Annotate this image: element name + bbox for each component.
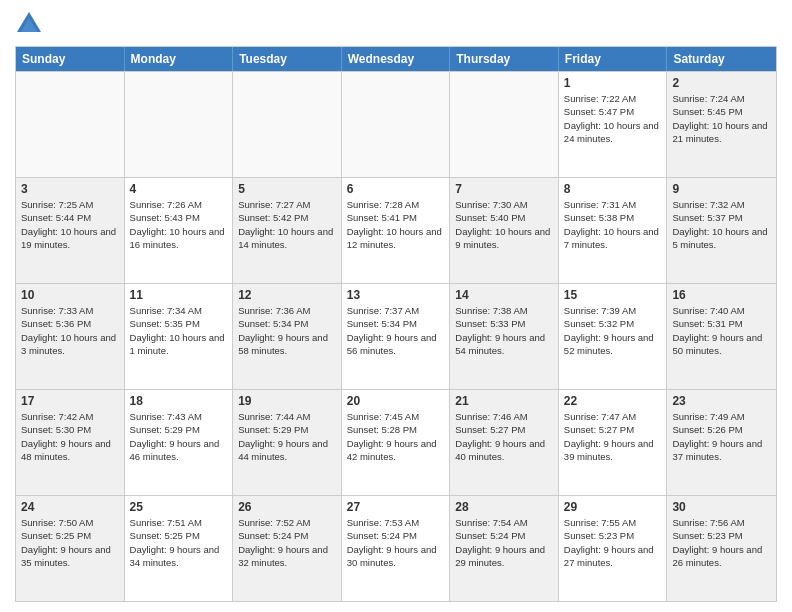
- calendar-cell: 16Sunrise: 7:40 AM Sunset: 5:31 PM Dayli…: [667, 284, 776, 389]
- day-number: 16: [672, 288, 771, 302]
- day-number: 22: [564, 394, 662, 408]
- cell-info: Sunrise: 7:26 AM Sunset: 5:43 PM Dayligh…: [130, 198, 228, 251]
- day-number: 14: [455, 288, 553, 302]
- calendar-cell: 3Sunrise: 7:25 AM Sunset: 5:44 PM Daylig…: [16, 178, 125, 283]
- day-number: 7: [455, 182, 553, 196]
- calendar-cell: 24Sunrise: 7:50 AM Sunset: 5:25 PM Dayli…: [16, 496, 125, 601]
- cell-info: Sunrise: 7:43 AM Sunset: 5:29 PM Dayligh…: [130, 410, 228, 463]
- cell-info: Sunrise: 7:30 AM Sunset: 5:40 PM Dayligh…: [455, 198, 553, 251]
- header-day-thursday: Thursday: [450, 47, 559, 71]
- day-number: 20: [347, 394, 445, 408]
- cell-info: Sunrise: 7:34 AM Sunset: 5:35 PM Dayligh…: [130, 304, 228, 357]
- calendar-cell: 29Sunrise: 7:55 AM Sunset: 5:23 PM Dayli…: [559, 496, 668, 601]
- day-number: 3: [21, 182, 119, 196]
- day-number: 28: [455, 500, 553, 514]
- calendar-cell: 27Sunrise: 7:53 AM Sunset: 5:24 PM Dayli…: [342, 496, 451, 601]
- header: [15, 10, 777, 38]
- calendar-cell: 22Sunrise: 7:47 AM Sunset: 5:27 PM Dayli…: [559, 390, 668, 495]
- day-number: 30: [672, 500, 771, 514]
- day-number: 17: [21, 394, 119, 408]
- calendar-cell: [125, 72, 234, 177]
- cell-info: Sunrise: 7:51 AM Sunset: 5:25 PM Dayligh…: [130, 516, 228, 569]
- day-number: 18: [130, 394, 228, 408]
- calendar-cell: 12Sunrise: 7:36 AM Sunset: 5:34 PM Dayli…: [233, 284, 342, 389]
- cell-info: Sunrise: 7:37 AM Sunset: 5:34 PM Dayligh…: [347, 304, 445, 357]
- calendar-cell: 19Sunrise: 7:44 AM Sunset: 5:29 PM Dayli…: [233, 390, 342, 495]
- day-number: 13: [347, 288, 445, 302]
- cell-info: Sunrise: 7:44 AM Sunset: 5:29 PM Dayligh…: [238, 410, 336, 463]
- cell-info: Sunrise: 7:27 AM Sunset: 5:42 PM Dayligh…: [238, 198, 336, 251]
- day-number: 4: [130, 182, 228, 196]
- calendar: SundayMondayTuesdayWednesdayThursdayFrid…: [15, 46, 777, 602]
- day-number: 26: [238, 500, 336, 514]
- calendar-cell: 30Sunrise: 7:56 AM Sunset: 5:23 PM Dayli…: [667, 496, 776, 601]
- calendar-cell: 25Sunrise: 7:51 AM Sunset: 5:25 PM Dayli…: [125, 496, 234, 601]
- cell-info: Sunrise: 7:36 AM Sunset: 5:34 PM Dayligh…: [238, 304, 336, 357]
- calendar-cell: 1Sunrise: 7:22 AM Sunset: 5:47 PM Daylig…: [559, 72, 668, 177]
- cell-info: Sunrise: 7:45 AM Sunset: 5:28 PM Dayligh…: [347, 410, 445, 463]
- header-day-tuesday: Tuesday: [233, 47, 342, 71]
- calendar-row-2: 10Sunrise: 7:33 AM Sunset: 5:36 PM Dayli…: [16, 283, 776, 389]
- day-number: 15: [564, 288, 662, 302]
- cell-info: Sunrise: 7:33 AM Sunset: 5:36 PM Dayligh…: [21, 304, 119, 357]
- calendar-body: 1Sunrise: 7:22 AM Sunset: 5:47 PM Daylig…: [16, 71, 776, 601]
- cell-info: Sunrise: 7:47 AM Sunset: 5:27 PM Dayligh…: [564, 410, 662, 463]
- calendar-row-4: 24Sunrise: 7:50 AM Sunset: 5:25 PM Dayli…: [16, 495, 776, 601]
- header-day-sunday: Sunday: [16, 47, 125, 71]
- cell-info: Sunrise: 7:22 AM Sunset: 5:47 PM Dayligh…: [564, 92, 662, 145]
- day-number: 5: [238, 182, 336, 196]
- header-day-saturday: Saturday: [667, 47, 776, 71]
- day-number: 9: [672, 182, 771, 196]
- calendar-cell: [16, 72, 125, 177]
- calendar-cell: 23Sunrise: 7:49 AM Sunset: 5:26 PM Dayli…: [667, 390, 776, 495]
- header-day-monday: Monday: [125, 47, 234, 71]
- logo: [15, 10, 47, 38]
- cell-info: Sunrise: 7:24 AM Sunset: 5:45 PM Dayligh…: [672, 92, 771, 145]
- calendar-cell: 26Sunrise: 7:52 AM Sunset: 5:24 PM Dayli…: [233, 496, 342, 601]
- cell-info: Sunrise: 7:38 AM Sunset: 5:33 PM Dayligh…: [455, 304, 553, 357]
- calendar-row-1: 3Sunrise: 7:25 AM Sunset: 5:44 PM Daylig…: [16, 177, 776, 283]
- calendar-cell: 18Sunrise: 7:43 AM Sunset: 5:29 PM Dayli…: [125, 390, 234, 495]
- cell-info: Sunrise: 7:49 AM Sunset: 5:26 PM Dayligh…: [672, 410, 771, 463]
- cell-info: Sunrise: 7:46 AM Sunset: 5:27 PM Dayligh…: [455, 410, 553, 463]
- cell-info: Sunrise: 7:42 AM Sunset: 5:30 PM Dayligh…: [21, 410, 119, 463]
- cell-info: Sunrise: 7:54 AM Sunset: 5:24 PM Dayligh…: [455, 516, 553, 569]
- day-number: 2: [672, 76, 771, 90]
- logo-icon: [15, 10, 43, 38]
- calendar-cell: 4Sunrise: 7:26 AM Sunset: 5:43 PM Daylig…: [125, 178, 234, 283]
- calendar-cell: 8Sunrise: 7:31 AM Sunset: 5:38 PM Daylig…: [559, 178, 668, 283]
- cell-info: Sunrise: 7:25 AM Sunset: 5:44 PM Dayligh…: [21, 198, 119, 251]
- day-number: 10: [21, 288, 119, 302]
- calendar-row-3: 17Sunrise: 7:42 AM Sunset: 5:30 PM Dayli…: [16, 389, 776, 495]
- day-number: 27: [347, 500, 445, 514]
- header-day-friday: Friday: [559, 47, 668, 71]
- calendar-cell: 7Sunrise: 7:30 AM Sunset: 5:40 PM Daylig…: [450, 178, 559, 283]
- day-number: 6: [347, 182, 445, 196]
- day-number: 24: [21, 500, 119, 514]
- day-number: 21: [455, 394, 553, 408]
- day-number: 19: [238, 394, 336, 408]
- cell-info: Sunrise: 7:50 AM Sunset: 5:25 PM Dayligh…: [21, 516, 119, 569]
- calendar-cell: [450, 72, 559, 177]
- calendar-cell: 15Sunrise: 7:39 AM Sunset: 5:32 PM Dayli…: [559, 284, 668, 389]
- cell-info: Sunrise: 7:55 AM Sunset: 5:23 PM Dayligh…: [564, 516, 662, 569]
- calendar-cell: 17Sunrise: 7:42 AM Sunset: 5:30 PM Dayli…: [16, 390, 125, 495]
- cell-info: Sunrise: 7:32 AM Sunset: 5:37 PM Dayligh…: [672, 198, 771, 251]
- cell-info: Sunrise: 7:31 AM Sunset: 5:38 PM Dayligh…: [564, 198, 662, 251]
- calendar-cell: 13Sunrise: 7:37 AM Sunset: 5:34 PM Dayli…: [342, 284, 451, 389]
- cell-info: Sunrise: 7:40 AM Sunset: 5:31 PM Dayligh…: [672, 304, 771, 357]
- cell-info: Sunrise: 7:56 AM Sunset: 5:23 PM Dayligh…: [672, 516, 771, 569]
- calendar-cell: 6Sunrise: 7:28 AM Sunset: 5:41 PM Daylig…: [342, 178, 451, 283]
- day-number: 29: [564, 500, 662, 514]
- calendar-cell: 14Sunrise: 7:38 AM Sunset: 5:33 PM Dayli…: [450, 284, 559, 389]
- calendar-cell: [342, 72, 451, 177]
- day-number: 23: [672, 394, 771, 408]
- calendar-cell: 21Sunrise: 7:46 AM Sunset: 5:27 PM Dayli…: [450, 390, 559, 495]
- cell-info: Sunrise: 7:39 AM Sunset: 5:32 PM Dayligh…: [564, 304, 662, 357]
- calendar-cell: [233, 72, 342, 177]
- day-number: 1: [564, 76, 662, 90]
- cell-info: Sunrise: 7:28 AM Sunset: 5:41 PM Dayligh…: [347, 198, 445, 251]
- day-number: 8: [564, 182, 662, 196]
- calendar-row-0: 1Sunrise: 7:22 AM Sunset: 5:47 PM Daylig…: [16, 71, 776, 177]
- cell-info: Sunrise: 7:52 AM Sunset: 5:24 PM Dayligh…: [238, 516, 336, 569]
